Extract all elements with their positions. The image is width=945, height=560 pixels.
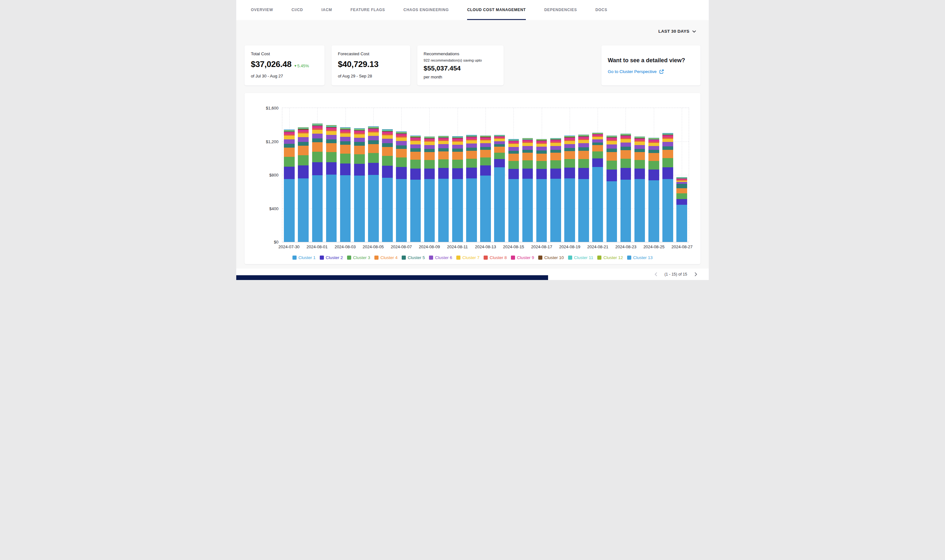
bar-segment-cluster-5[interactable] xyxy=(298,142,309,146)
bar-segment-cluster-2[interactable] xyxy=(466,168,477,178)
bar-segment-cluster-2[interactable] xyxy=(522,169,533,179)
pagination-prev-button[interactable] xyxy=(652,270,660,278)
bar-segment-cluster-7[interactable] xyxy=(634,142,645,145)
bar-segment-cluster-2[interactable] xyxy=(452,168,463,179)
bar-2024-08-02[interactable] xyxy=(326,125,337,242)
legend-item-cluster-6[interactable]: Cluster 6 xyxy=(429,255,452,260)
bar-segment-cluster-5[interactable] xyxy=(606,149,617,152)
bar-segment-cluster-4[interactable] xyxy=(466,151,477,159)
bar-segment-cluster-5[interactable] xyxy=(522,150,533,153)
bar-segment-cluster-6[interactable] xyxy=(648,146,659,150)
bar-segment-cluster-1[interactable] xyxy=(606,181,617,242)
tab-feature-flags[interactable]: FEATURE FLAGS xyxy=(351,0,385,20)
bar-segment-cluster-5[interactable] xyxy=(592,143,603,145)
bar-2024-08-05[interactable] xyxy=(368,126,379,242)
legend-item-cluster-11[interactable]: Cluster 11 xyxy=(568,255,594,260)
bar-segment-cluster-4[interactable] xyxy=(340,145,351,154)
bar-segment-cluster-4[interactable] xyxy=(438,151,449,159)
bar-segment-cluster-4[interactable] xyxy=(368,144,379,153)
bar-segment-cluster-4[interactable] xyxy=(564,151,575,159)
bar-segment-cluster-3[interactable] xyxy=(564,159,575,168)
bar-segment-cluster-3[interactable] xyxy=(326,152,337,162)
bar-segment-cluster-1[interactable] xyxy=(438,179,449,242)
bar-segment-cluster-6[interactable] xyxy=(606,145,617,149)
bar-segment-cluster-7[interactable] xyxy=(564,141,575,144)
bar-segment-cluster-3[interactable] xyxy=(508,161,519,169)
bar-segment-cluster-3[interactable] xyxy=(620,159,631,168)
bar-segment-cluster-2[interactable] xyxy=(340,163,351,175)
bar-segment-cluster-3[interactable] xyxy=(662,158,673,167)
bar-segment-cluster-3[interactable] xyxy=(452,160,463,168)
bar-segment-cluster-1[interactable] xyxy=(620,180,631,242)
bar-segment-cluster-7[interactable] xyxy=(522,143,533,146)
bar-segment-cluster-6[interactable] xyxy=(298,137,309,142)
bar-segment-cluster-7[interactable] xyxy=(368,132,379,136)
bar-segment-cluster-2[interactable] xyxy=(284,167,295,179)
bar-segment-cluster-5[interactable] xyxy=(620,147,631,150)
bar-segment-cluster-3[interactable] xyxy=(606,161,617,170)
bar-segment-cluster-3[interactable] xyxy=(578,159,589,168)
bar-segment-cluster-6[interactable] xyxy=(550,146,561,150)
bar-segment-cluster-2[interactable] xyxy=(550,169,561,179)
bar-segment-cluster-6[interactable] xyxy=(564,144,575,148)
bar-segment-cluster-7[interactable] xyxy=(284,135,295,139)
bar-segment-cluster-3[interactable] xyxy=(676,193,687,199)
tab-cloud-cost-management[interactable]: CLOUD COST MANAGEMENT xyxy=(467,0,526,20)
bar-2024-08-21[interactable] xyxy=(592,133,603,242)
bar-segment-cluster-1[interactable] xyxy=(410,180,421,242)
bar-segment-cluster-1[interactable] xyxy=(536,179,547,242)
bar-segment-cluster-7[interactable] xyxy=(340,133,351,137)
bar-segment-cluster-7[interactable] xyxy=(662,139,673,142)
bar-segment-cluster-1[interactable] xyxy=(340,175,351,242)
bar-segment-cluster-1[interactable] xyxy=(480,175,491,242)
bar-2024-08-17[interactable] xyxy=(536,139,547,242)
bar-segment-cluster-5[interactable] xyxy=(564,148,575,151)
legend-item-cluster-3[interactable]: Cluster 3 xyxy=(347,255,370,260)
bar-segment-cluster-5[interactable] xyxy=(480,147,491,150)
bar-segment-cluster-2[interactable] xyxy=(368,163,379,175)
bar-segment-cluster-4[interactable] xyxy=(648,153,659,161)
bar-segment-cluster-4[interactable] xyxy=(634,152,645,160)
bar-2024-08-11[interactable] xyxy=(452,136,463,242)
bar-segment-cluster-3[interactable] xyxy=(592,151,603,158)
bar-segment-cluster-2[interactable] xyxy=(676,199,687,205)
tab-ci-cd[interactable]: CI/CD xyxy=(291,0,303,20)
bar-segment-cluster-5[interactable] xyxy=(578,147,589,151)
bar-segment-cluster-2[interactable] xyxy=(592,158,603,167)
bar-2024-08-20[interactable] xyxy=(578,135,589,242)
bar-segment-cluster-5[interactable] xyxy=(340,141,351,145)
bar-segment-cluster-1[interactable] xyxy=(550,179,561,242)
bar-segment-cluster-6[interactable] xyxy=(466,143,477,147)
bar-segment-cluster-4[interactable] xyxy=(522,153,533,160)
bar-segment-cluster-3[interactable] xyxy=(410,160,421,169)
bar-segment-cluster-3[interactable] xyxy=(382,156,393,166)
bar-segment-cluster-2[interactable] xyxy=(396,167,407,179)
bar-segment-cluster-7[interactable] xyxy=(410,141,421,144)
bar-segment-cluster-2[interactable] xyxy=(648,169,659,180)
bar-segment-cluster-5[interactable] xyxy=(662,146,673,150)
bar-segment-cluster-1[interactable] xyxy=(578,179,589,242)
bar-segment-cluster-5[interactable] xyxy=(550,150,561,153)
bar-segment-cluster-1[interactable] xyxy=(452,179,463,242)
bar-segment-cluster-6[interactable] xyxy=(480,143,491,147)
bar-segment-cluster-6[interactable] xyxy=(340,137,351,141)
bar-segment-cluster-5[interactable] xyxy=(648,150,659,153)
bar-segment-cluster-1[interactable] xyxy=(326,175,337,242)
bar-segment-cluster-4[interactable] xyxy=(536,154,547,161)
bar-segment-cluster-2[interactable] xyxy=(312,162,323,175)
bar-segment-cluster-2[interactable] xyxy=(480,165,491,175)
bar-segment-cluster-4[interactable] xyxy=(298,146,309,155)
legend-item-cluster-7[interactable]: Cluster 7 xyxy=(456,255,480,260)
bar-segment-cluster-2[interactable] xyxy=(620,168,631,180)
bar-2024-08-06[interactable] xyxy=(382,129,393,242)
pagination-next-button[interactable] xyxy=(692,270,700,278)
bar-segment-cluster-3[interactable] xyxy=(396,157,407,167)
bar-segment-cluster-6[interactable] xyxy=(620,143,631,147)
bar-segment-cluster-4[interactable] xyxy=(312,142,323,152)
bar-segment-cluster-3[interactable] xyxy=(368,153,379,163)
bar-segment-cluster-5[interactable] xyxy=(354,142,365,145)
bar-segment-cluster-5[interactable] xyxy=(676,184,687,188)
bar-segment-cluster-7[interactable] xyxy=(592,137,603,139)
bar-segment-cluster-4[interactable] xyxy=(480,150,491,157)
bar-segment-cluster-7[interactable] xyxy=(508,144,519,147)
